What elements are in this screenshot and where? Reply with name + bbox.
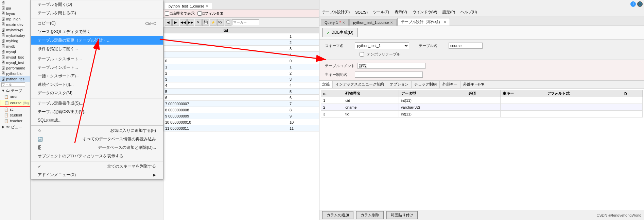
right-tab-close-course[interactable]: ✕	[390, 21, 393, 25]
column-table-area[interactable]: o. 列物理名 データ型 必須 主キー デフォルト式 D 1cidint(11)…	[319, 89, 644, 157]
table-row[interactable]: 22	[164, 70, 319, 76]
menu-tools[interactable]: ツール(T)	[372, 9, 390, 15]
sidebar-item-mp-high[interactable]: 🗄 mp_high	[0, 16, 30, 22]
table-row[interactable]: 10 000000001010	[164, 119, 319, 125]
col-cell-required[interactable]	[466, 104, 500, 111]
table-row[interactable]: 55	[164, 89, 319, 95]
sidebar-tree-course[interactable]: 📋 course 課程	[0, 100, 30, 107]
menu-addon[interactable]: アドインメニュー(X) ▶	[31, 171, 163, 179]
col-cell-type[interactable]: varchar(32)	[399, 104, 466, 111]
sidebar-tree-teacher[interactable]: 📋 teacher	[0, 118, 30, 124]
sidebar-item-myblog[interactable]: 🗄 myblog	[0, 38, 30, 44]
sidebar-item-python-tes[interactable]: 🗄 python_tes	[0, 76, 30, 82]
sidebar-item-mysql[interactable]: 🗄 mysql	[0, 49, 30, 54]
col-cell-default[interactable]	[545, 111, 622, 117]
table-row[interactable]: 2	[164, 40, 319, 46]
marker-input[interactable]	[232, 19, 259, 25]
filter-checkbox[interactable]: □フィルタ(I)	[197, 11, 223, 16]
col-cell-default[interactable]	[545, 97, 622, 104]
tab-close-icon[interactable]: ✕	[206, 4, 208, 8]
table-row[interactable]: 11	[164, 64, 319, 70]
toolbar-btn-comment[interactable]: 💬	[225, 19, 231, 26]
logical-name-checkbox[interactable]: □論理名で表示	[165, 11, 195, 16]
sub-tab-check[interactable]: チェック制約	[412, 81, 440, 88]
menu-add-favorite[interactable]: ☆ お気に入りに追加する(F)	[31, 126, 163, 135]
ddl-generate-button[interactable]: ✓ DDL生成(D)	[322, 28, 358, 37]
toolbar-btn-1[interactable]: ◀	[165, 19, 172, 26]
toolbar-btn-sql[interactable]: SQL	[217, 19, 224, 26]
menu-export-table[interactable]: テーブルエクスポート...	[31, 55, 163, 63]
right-tab-close-design[interactable]: ✕	[443, 20, 446, 24]
table-row[interactable]: 4	[164, 52, 319, 58]
col-cell-type[interactable]: int(11)	[399, 97, 466, 104]
globe-icon[interactable]: 🌐	[637, 1, 643, 7]
menu-create-table-def[interactable]: テーブル定義書作成(S)...	[31, 99, 163, 108]
sidebar-item-leyou[interactable]: 🗄 leyou	[0, 11, 30, 16]
pk-constraint-input[interactable]	[355, 72, 423, 78]
menu-csv-export[interactable]: テーブル定義CSV出力(V)...	[31, 108, 163, 116]
menu-copy[interactable]: コピー(C) Ctrl+C	[31, 19, 163, 28]
menu-help[interactable]: ヘルプ(H)	[459, 9, 478, 15]
menu-open-sql[interactable]: ソースをSQLエディタで開く	[31, 28, 163, 36]
right-tab-query1[interactable]: Query-1 * ✕	[321, 19, 349, 26]
menu-generate-sql[interactable]: SQLの生成...	[31, 116, 163, 125]
menu-add-remove-db[interactable]: 🗄 データベースの追加と削除(D)...	[31, 143, 163, 152]
sidebar-item-jpa[interactable]: 🗄 jpa	[0, 5, 30, 11]
add-column-button[interactable]: カラムの追加	[322, 211, 353, 219]
sidebar-item-muxin-dev[interactable]: 🗄 muxin-dev	[0, 22, 30, 27]
paste-range-button[interactable]: 範囲貼り付け	[386, 211, 418, 219]
toolbar-btn-3[interactable]: ◀◀	[180, 19, 187, 26]
sub-tab-fk-pk[interactable]: 外部キー(PK	[460, 81, 487, 88]
filter-input[interactable]	[1, 82, 25, 87]
filter-checkbox-input[interactable]	[197, 11, 202, 16]
sidebar-item-mysql-boo[interactable]: 🗄 mysql_boo	[0, 54, 30, 60]
menu-list-schemas[interactable]: ✓ 全てのスキーマを列挙する	[31, 162, 163, 171]
sidebar-item-performand[interactable]: 🗄 performand	[0, 65, 30, 71]
table-name-input[interactable]	[449, 43, 483, 49]
menu-table-design[interactable]: テーブル設計(D)	[321, 9, 351, 15]
table-row[interactable]: 1cidint(11)	[321, 97, 643, 104]
menu-mask-data[interactable]: データのマスク(M)...	[31, 89, 163, 97]
table-row[interactable]: 3tidint(11)	[321, 111, 643, 117]
table-row[interactable]: 7 00000000077	[164, 101, 319, 107]
table-row[interactable]: 9 00000000099	[164, 113, 319, 119]
table-row[interactable]: 2cnamevarchar(32)	[321, 104, 643, 111]
info-icon[interactable]: i	[630, 1, 636, 7]
table-row[interactable]: 8 00000000088	[164, 107, 319, 113]
toolbar-btn-6[interactable]: 💾	[202, 19, 209, 26]
right-tab-course[interactable]: python_test_1.course ✕	[349, 19, 397, 26]
sidebar-filter[interactable]	[0, 82, 30, 88]
right-tab-close-query1[interactable]: ✕	[342, 21, 345, 25]
delete-column-button[interactable]: カラム削除	[356, 211, 384, 219]
menu-table-design[interactable]: テーブル定義の変更（テーブル設計）...	[31, 36, 163, 45]
menu-sql[interactable]: SQL(S)	[354, 10, 369, 15]
table-row[interactable]: 11 00000001111	[164, 125, 319, 131]
sidebar-item-mysql-test[interactable]: 🗄 mysql_test	[0, 60, 30, 65]
schema-select[interactable]: python_test_1	[355, 42, 409, 49]
sidebar-item-mybatisday[interactable]: 🗄 mybatisday	[0, 33, 30, 38]
col-cell-default[interactable]	[545, 104, 622, 111]
table-row[interactable]: 1	[164, 33, 319, 40]
menu-window[interactable]: ウインドウ(W)	[411, 9, 439, 15]
menu-reload-all-db[interactable]: 🔄 すべてのデータベース情報の再読み込み	[31, 135, 163, 143]
sidebar-table-folder[interactable]: ▼ 🗂 テーブ	[0, 88, 30, 94]
sidebar-item-mybatis-pl[interactable]: 🗄 mybatis-pl	[0, 27, 30, 33]
menu-continuous-import[interactable]: 連続インポート(I)...	[31, 80, 163, 89]
menu-close-table[interactable]: テーブルを閉じる(C)	[31, 9, 163, 17]
menu-import-table[interactable]: テーブルインポート...	[31, 63, 163, 72]
col-cell-pk[interactable]	[500, 104, 545, 111]
table-row[interactable]: 33	[164, 76, 319, 82]
data-table-scroll[interactable]: tid 1234001122334455667 000000000778 000…	[163, 27, 319, 220]
sidebar-tree-area[interactable]: 📋 area	[0, 94, 30, 100]
menu-show-properties[interactable]: オブジェクトのプロパティとソースを表示する	[31, 152, 163, 160]
temp-table-checkbox[interactable]	[360, 52, 364, 57]
sub-tab-definition[interactable]: 定義	[319, 81, 333, 88]
menu-open-table[interactable]: テーブルを開く(O)	[31, 0, 163, 9]
col-cell-type[interactable]: int(11)	[399, 111, 466, 117]
sub-tab-options[interactable]: オプション	[387, 81, 412, 88]
table-row[interactable]: 00	[164, 58, 319, 64]
col-cell-pk[interactable]	[500, 97, 545, 104]
menu-bulk-export[interactable]: 一括エクスポート(E)...	[31, 72, 163, 80]
toolbar-btn-2[interactable]: ▶	[172, 19, 179, 26]
toolbar-btn-5[interactable]: ✕	[195, 19, 202, 26]
